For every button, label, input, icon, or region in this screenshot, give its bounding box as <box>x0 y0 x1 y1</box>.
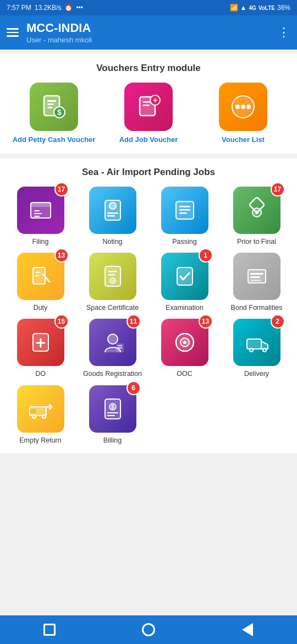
svg-rect-71 <box>107 415 115 416</box>
svg-point-64 <box>33 416 35 418</box>
status-network: 13.2KB/s <box>35 4 62 12</box>
examination-icon-wrap: 1 <box>161 253 208 300</box>
nav-square-icon <box>43 624 56 636</box>
voucher-list-svg <box>229 92 257 121</box>
examination-label: Examination <box>166 303 204 312</box>
svg-rect-3 <box>47 107 53 108</box>
goods-reg-label: Goods Registration <box>83 369 142 378</box>
noting-label: Noting <box>102 237 122 246</box>
svg-rect-19 <box>34 216 40 217</box>
job-item-ooc[interactable]: 13 OOC <box>151 319 218 378</box>
goods-reg-badge: 11 <box>127 314 141 329</box>
voucher-list-icon <box>219 83 267 131</box>
nav-home-button[interactable] <box>139 620 158 640</box>
svg-rect-27 <box>179 212 187 214</box>
passing-label: Passing <box>172 237 196 246</box>
app-title: MCC-INDIA User - mahesh mkoli <box>26 21 92 43</box>
bond-label: Bond Formalities <box>231 303 283 312</box>
ooc-icon-wrap: 13 <box>161 319 208 366</box>
job-voucher-icon: + <box>124 83 173 131</box>
job-item-passing[interactable]: Passing <box>151 187 218 246</box>
billing-label: Billing <box>103 436 122 445</box>
more-options-icon[interactable]: ⋮ <box>278 25 290 40</box>
status-wifi-icon: 📶 <box>230 4 238 12</box>
job-item-examination[interactable]: 1 Examination <box>151 253 218 312</box>
voucher-item-petty-cash[interactable]: $ Add Petty Cash Voucher <box>12 83 97 145</box>
job-item-duty[interactable]: 13 Duty <box>7 253 74 312</box>
voucher-item-job[interactable]: + Add Job Voucher <box>106 83 191 145</box>
jobs-grid: 17 Filing Noting <box>7 187 290 445</box>
main-content: Vouchers Entry module $ Add Petty Cash V… <box>0 54 297 491</box>
goods-reg-icon-wrap: 11 <box>89 319 136 366</box>
job-item-space-cert[interactable]: ✓ Space Certificate <box>79 253 146 312</box>
noting-icon <box>89 187 136 234</box>
prior-final-icon-wrap: 17 <box>233 187 280 234</box>
filing-icon-wrap: 17 <box>17 187 64 234</box>
nav-home-icon <box>142 623 155 636</box>
svg-rect-42 <box>250 273 263 275</box>
svg-rect-37 <box>108 274 115 276</box>
status-volte-icon: VoLTE <box>258 5 275 11</box>
nav-square-button[interactable] <box>40 620 59 640</box>
do-icon-wrap: 15 <box>17 319 64 366</box>
billing-badge: 6 <box>127 381 141 395</box>
svg-point-14 <box>246 105 251 109</box>
job-item-bond[interactable]: Bond Formalities <box>223 253 290 312</box>
petty-cash-label: Add Petty Cash Voucher <box>13 135 96 145</box>
jobs-title: Sea - Air Import Pending Jobs <box>7 167 290 178</box>
svg-text:$: $ <box>57 108 62 117</box>
job-item-do[interactable]: 15 DO <box>7 319 74 378</box>
svg-rect-34 <box>35 275 40 276</box>
svg-rect-40 <box>177 268 193 285</box>
job-voucher-svg: + <box>134 92 163 121</box>
vouchers-title: Vouchers Entry module <box>7 63 290 74</box>
empty-return-icon <box>17 385 64 433</box>
passing-icon-wrap <box>161 187 208 234</box>
svg-text:$: $ <box>111 404 114 410</box>
svg-point-13 <box>241 105 245 109</box>
voucher-item-list[interactable]: Voucher List <box>201 83 286 145</box>
duty-label: Duty <box>34 303 48 312</box>
delivery-label: Delivery <box>244 369 269 378</box>
petty-cash-svg: $ <box>40 92 68 121</box>
ooc-badge: 13 <box>199 314 213 329</box>
hamburger-menu[interactable] <box>7 28 19 37</box>
svg-point-58 <box>250 349 252 351</box>
duty-badge: 13 <box>54 248 69 263</box>
svg-point-65 <box>43 416 45 418</box>
svg-point-12 <box>235 105 240 109</box>
job-item-delivery[interactable]: 2 Delivery <box>223 319 290 378</box>
svg-rect-25 <box>179 206 190 208</box>
job-item-billing[interactable]: $ 6 Billing <box>79 385 146 445</box>
bond-icon-wrap <box>233 253 280 300</box>
noting-icon-wrap <box>89 187 136 234</box>
do-badge: 15 <box>54 314 69 329</box>
svg-rect-1 <box>47 100 56 102</box>
examination-badge: 1 <box>199 248 213 263</box>
bottom-nav <box>0 615 297 644</box>
job-item-prior-final[interactable]: 17 Prior to Final <box>223 187 290 246</box>
app-bar: MCC-INDIA User - mahesh mkoli ⋮ <box>0 15 297 50</box>
bond-icon <box>233 253 280 300</box>
svg-rect-8 <box>143 105 150 106</box>
status-time: 7:57 PM <box>7 4 31 12</box>
job-item-filing[interactable]: 17 Filing <box>7 187 74 246</box>
job-item-noting[interactable]: Noting <box>79 187 146 246</box>
svg-rect-23 <box>107 215 115 217</box>
job-item-goods-reg[interactable]: 11 Goods Registration <box>79 319 146 378</box>
svg-text:✓: ✓ <box>111 279 114 284</box>
svg-rect-16 <box>31 203 51 207</box>
svg-point-59 <box>263 349 266 351</box>
filing-label: Filing <box>32 237 49 246</box>
status-signal-icon: ▲ <box>240 4 247 12</box>
delivery-badge: 2 <box>271 314 285 329</box>
petty-cash-icon: $ <box>30 83 78 131</box>
nav-back-button[interactable] <box>238 620 257 640</box>
duty-icon-wrap: 13 <box>17 253 64 300</box>
job-item-empty-return[interactable]: Empty Return <box>7 385 74 445</box>
prior-final-badge: 17 <box>271 182 285 197</box>
svg-point-54 <box>183 341 186 344</box>
empty-return-icon-wrap <box>17 385 64 433</box>
svg-rect-36 <box>108 271 117 272</box>
svg-rect-26 <box>179 209 190 211</box>
